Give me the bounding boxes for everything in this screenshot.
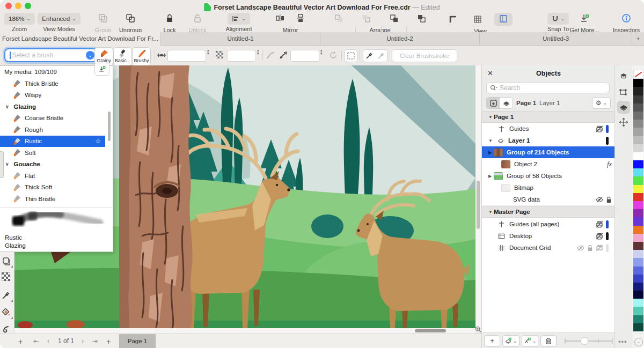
color-swatch[interactable]	[633, 79, 643, 87]
eye-off-icon[interactable]	[596, 197, 603, 203]
layer-view-toggle[interactable]	[500, 98, 513, 108]
tree-row-desktop[interactable]: Desktop	[482, 230, 615, 242]
ungroup-button[interactable]: Ungroup	[116, 13, 145, 33]
color-swatch[interactable]	[633, 275, 643, 283]
objects-inspector-icon[interactable]	[617, 101, 630, 114]
color-swatch[interactable]	[633, 209, 643, 217]
smoothing-input[interactable]	[290, 50, 319, 62]
layer-color-pill[interactable]	[606, 244, 609, 252]
brush-group-gouache[interactable]: ∨Gouache	[0, 159, 105, 171]
horizontal-scrollbar[interactable]	[13, 328, 475, 334]
marquee-select-button[interactable]	[345, 49, 357, 62]
layer-color-pill[interactable]	[606, 137, 609, 145]
clear-brushstroke-button[interactable]: Clear Brushstroke	[392, 49, 457, 62]
printer-off-icon[interactable]	[596, 125, 603, 132]
tree-row-group-214[interactable]: ▶Group of 214 Objects	[482, 146, 615, 158]
new-layer-button[interactable]: ⌄	[502, 335, 519, 347]
color-swatch[interactable]	[633, 185, 643, 193]
color-swatch[interactable]	[633, 226, 643, 234]
brush-select-combobox[interactable]: Select a brush ⌄	[4, 48, 98, 62]
chevron-down-icon[interactable]: ⌄	[86, 51, 94, 60]
to-front-icon[interactable]	[333, 13, 344, 25]
palette-scroll-button[interactable]: ⌄	[634, 338, 643, 346]
page-1-tab[interactable]: Page 1	[119, 334, 156, 348]
smooth-curve-icon[interactable]	[266, 51, 275, 59]
pattern-fill-icon[interactable]	[2, 272, 12, 283]
color-swatch[interactable]	[633, 323, 643, 331]
color-swatch[interactable]	[633, 152, 643, 160]
layer-color-pill[interactable]	[606, 125, 609, 133]
lock-button[interactable]: Lock	[158, 13, 181, 33]
brush-item-coarse-bristle[interactable]: Coarse Bristle	[0, 113, 105, 124]
color-swatch[interactable]	[633, 299, 643, 307]
zoom-corner-icon[interactable]	[475, 326, 481, 332]
next-page-button[interactable]: ›	[82, 337, 84, 345]
tree-section-master-page[interactable]: ▼Master Page	[482, 206, 615, 218]
color-swatch[interactable]	[633, 112, 643, 120]
group-button[interactable]: Group	[91, 13, 115, 33]
brush-size-input[interactable]	[167, 50, 206, 62]
tab-untitled-3[interactable]: Untitled-3	[480, 32, 632, 45]
transparency-stepper[interactable]: ▴▾	[257, 49, 259, 55]
color-swatch[interactable]	[633, 160, 643, 168]
tree-row-guides-all[interactable]: Guides (all pages)	[482, 218, 615, 230]
objects-settings-button[interactable]: ⚙⌄	[592, 97, 611, 109]
horizontal-scrollbar-thumb[interactable]	[415, 329, 446, 332]
tree-row-document-grid[interactable]: Document Grid	[482, 242, 615, 254]
color-swatch[interactable]	[633, 283, 643, 291]
zoom-level-dropdown[interactable]: 186%⌄	[4, 13, 35, 25]
tab-untitled-1[interactable]: Untitled-1	[161, 32, 320, 45]
color-swatch[interactable]	[633, 242, 643, 250]
tree-row-layer1[interactable]: ▼Layer 1	[482, 135, 615, 146]
forward-one-icon[interactable]	[389, 13, 399, 25]
swatch-no-color[interactable]	[633, 70, 643, 79]
brush-item-thick-bristle[interactable]: Thick Bristle	[0, 78, 105, 90]
color-swatch[interactable]	[633, 266, 643, 275]
get-more-button[interactable]: Get More...	[567, 13, 602, 33]
dock-more-button[interactable]: •••	[618, 338, 627, 346]
brush-item-thick-soft[interactable]: Thick Soft	[0, 182, 105, 194]
color-swatch[interactable]	[633, 120, 643, 128]
color-swatch[interactable]	[633, 176, 643, 184]
unlock-button[interactable]: Unlock	[185, 13, 210, 33]
eyedropper-icon[interactable]	[365, 52, 373, 60]
to-back-icon[interactable]	[361, 13, 371, 25]
fx-badge[interactable]: fx	[607, 160, 612, 168]
vertical-scrollbar-thumb[interactable]	[477, 181, 480, 229]
brush-item-flat[interactable]: Flat	[0, 170, 105, 182]
eye-off-icon[interactable]	[577, 245, 584, 251]
brush-style-basic-button[interactable]: Basic...	[113, 47, 132, 66]
grid-icon[interactable]	[472, 14, 483, 26]
layer-color-pill[interactable]	[606, 232, 609, 240]
printer-off-icon[interactable]	[596, 245, 603, 251]
brush-item-soft[interactable]: Soft	[0, 147, 105, 159]
lock-icon[interactable]	[606, 196, 612, 203]
color-swatch[interactable]	[633, 258, 643, 266]
tab-untitled-2[interactable]: Untitled-2	[320, 32, 480, 45]
tree-row-group-58[interactable]: ▶Group of 58 Objects	[482, 170, 615, 182]
vertical-scrollbar[interactable]	[475, 65, 481, 328]
printer-off-icon[interactable]	[596, 233, 603, 240]
color-swatch[interactable]	[633, 201, 643, 209]
color-swatch[interactable]	[633, 193, 643, 201]
objects-search-input[interactable]: Search	[486, 83, 610, 93]
color-swatch[interactable]	[633, 217, 643, 225]
color-swatch[interactable]	[633, 128, 643, 136]
tab-forset-landscape[interactable]: Forset Landscape Beautiful Vector Art Do…	[0, 32, 161, 46]
snap-to-dropdown[interactable]: ⌄	[547, 13, 569, 25]
get-more-brushes-button[interactable]	[94, 63, 109, 76]
page-border-icon[interactable]	[494, 13, 513, 26]
transform-inspector-icon[interactable]	[617, 86, 630, 99]
favorite-star-icon[interactable]: ☆	[95, 137, 101, 145]
eyedropper-tool-icon[interactable]	[2, 291, 12, 301]
first-page-button[interactable]: ⇤	[33, 337, 39, 345]
tree-section-page1[interactable]: ▼Page 1	[482, 111, 615, 123]
color-swatch[interactable]	[633, 168, 643, 176]
tree-row-guides[interactable]: Guides	[482, 123, 615, 135]
brush-size-stepper[interactable]: ▴▾	[207, 49, 209, 55]
new-effect-button[interactable]: ⌄	[522, 335, 539, 347]
brush-item-thin-bristle[interactable]: Thin Bristle	[0, 193, 105, 205]
tree-row-svg-data[interactable]: SVG data	[482, 194, 615, 205]
fill-tool-icon[interactable]	[2, 308, 12, 319]
add-page-before-button[interactable]: +	[18, 337, 23, 346]
